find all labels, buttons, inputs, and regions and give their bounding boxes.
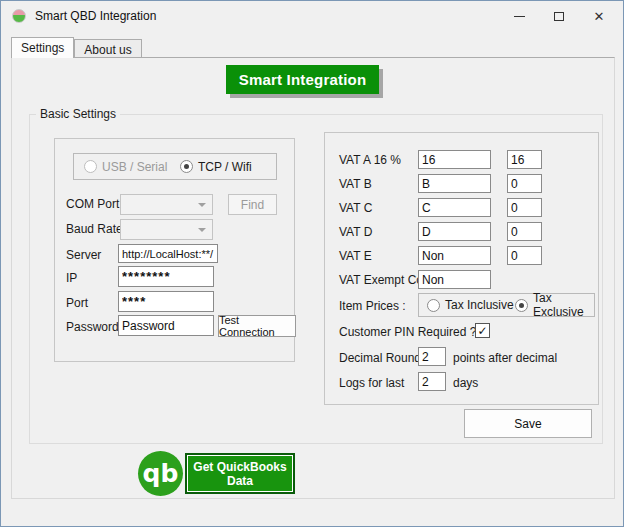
customer-pin-checkbox[interactable]: ✓ — [475, 323, 490, 338]
maximize-icon — [554, 12, 564, 21]
radio-usb-serial-icon — [84, 160, 97, 173]
radio-tax-inclusive[interactable]: Tax Inclusive — [427, 298, 514, 312]
com-port-label: COM Port — [66, 197, 119, 211]
password-label: Password — [66, 320, 119, 334]
ip-label: IP — [66, 271, 77, 285]
radio-tcp-wifi[interactable]: TCP / Wifi — [180, 160, 252, 174]
logs-input[interactable] — [418, 372, 446, 391]
maximize-button[interactable] — [539, 3, 579, 29]
port-label: Port — [66, 296, 88, 310]
vat-a-label: VAT A 16 % — [339, 153, 401, 167]
vat-b-code-input[interactable] — [418, 174, 491, 193]
vat-e-label: VAT E — [339, 249, 372, 263]
port-input[interactable] — [118, 291, 214, 312]
vat-a-rate-input[interactable] — [507, 150, 542, 169]
logs-label: Logs for last — [339, 376, 404, 390]
test-connection-label: Test Connection — [219, 314, 295, 338]
vat-settings-panel: VAT A 16 % VAT B VAT C VAT D VAT E VAT E… — [324, 132, 599, 405]
quickbooks-logo-icon: qb — [137, 450, 184, 497]
radio-usb-serial[interactable]: USB / Serial — [84, 160, 167, 174]
smart-integration-banner: Smart Integration — [226, 65, 379, 94]
radio-tax-inclusive-icon — [427, 299, 440, 312]
find-button-label: Find — [241, 198, 264, 212]
server-label: Server — [66, 248, 101, 262]
vat-c-label: VAT C — [339, 201, 372, 215]
decimal-round-label: Decimal Round — [339, 351, 421, 365]
decimal-round-input[interactable] — [418, 347, 446, 366]
logs-suffix: days — [453, 376, 478, 390]
vat-c-code-input[interactable] — [418, 198, 491, 217]
tab-about-us[interactable]: About us — [74, 39, 141, 58]
connection-type-group: USB / Serial TCP / Wifi — [73, 153, 277, 180]
vat-a-code-input[interactable] — [418, 150, 491, 169]
get-quickbooks-data-button[interactable]: Get QuickBooks Data — [185, 453, 295, 494]
close-icon: ✕ — [594, 10, 605, 23]
password-input[interactable] — [118, 315, 214, 336]
vat-d-label: VAT D — [339, 225, 372, 239]
chevron-down-icon — [198, 203, 206, 207]
window-title: Smart QBD Integration — [35, 9, 156, 23]
ip-input[interactable] — [118, 266, 214, 287]
vat-e-rate-input[interactable] — [507, 246, 542, 265]
minimize-icon — [514, 16, 525, 17]
vat-b-rate-input[interactable] — [507, 174, 542, 193]
radio-tax-exclusive-label: Tax Exclusive — [533, 291, 594, 319]
save-button-label: Save — [514, 417, 541, 431]
item-prices-group: Tax Inclusive Tax Exclusive — [418, 293, 595, 317]
chevron-down-icon — [198, 228, 206, 232]
tab-strip: Settings About us — [11, 37, 142, 58]
test-connection-button[interactable]: Test Connection — [218, 315, 296, 337]
vat-exempt-code-input[interactable] — [418, 270, 491, 289]
server-input[interactable] — [118, 244, 218, 263]
radio-usb-serial-label: USB / Serial — [102, 160, 167, 174]
radio-tcp-wifi-label: TCP / Wifi — [198, 160, 252, 174]
basic-settings-label: Basic Settings — [36, 107, 120, 121]
vat-d-rate-input[interactable] — [507, 222, 542, 241]
banner-text: Smart Integration — [239, 71, 367, 88]
baud-rate-select[interactable] — [120, 219, 213, 240]
com-port-select[interactable] — [120, 194, 213, 215]
vat-c-rate-input[interactable] — [507, 198, 542, 217]
connection-panel: USB / Serial TCP / Wifi COM Port Find Ba… — [54, 138, 295, 362]
item-prices-label: Item Prices : — [339, 299, 406, 313]
tab-settings[interactable]: Settings — [11, 37, 74, 58]
vat-b-label: VAT B — [339, 177, 372, 191]
app-window: Smart QBD Integration ✕ Settings About u… — [0, 0, 624, 527]
minimize-button[interactable] — [499, 3, 539, 29]
vat-d-code-input[interactable] — [418, 222, 491, 241]
radio-tax-inclusive-label: Tax Inclusive — [445, 298, 514, 312]
customer-pin-label: Customer PIN Required ? — [339, 325, 476, 339]
radio-tax-exclusive[interactable]: Tax Exclusive — [515, 291, 594, 319]
close-button[interactable]: ✕ — [579, 3, 619, 29]
vat-e-code-input[interactable] — [418, 246, 491, 265]
find-button[interactable]: Find — [228, 194, 277, 215]
qb-button-line1: Get QuickBooks — [193, 460, 286, 474]
title-bar: Smart QBD Integration ✕ — [1, 1, 623, 31]
save-button[interactable]: Save — [464, 409, 592, 438]
baud-rate-label: Baud Rate — [66, 222, 123, 236]
radio-tax-exclusive-icon — [515, 299, 528, 312]
app-icon — [12, 9, 26, 23]
decimal-round-suffix: points after decimal — [453, 351, 557, 365]
qb-button-line2: Data — [227, 474, 253, 488]
basic-settings-group: Basic Settings USB / Serial TCP / Wifi C… — [29, 114, 603, 444]
radio-tcp-wifi-icon — [180, 160, 193, 173]
qb-logo-text: qb — [143, 459, 179, 488]
check-icon: ✓ — [477, 325, 487, 337]
window-controls: ✕ — [499, 3, 619, 29]
